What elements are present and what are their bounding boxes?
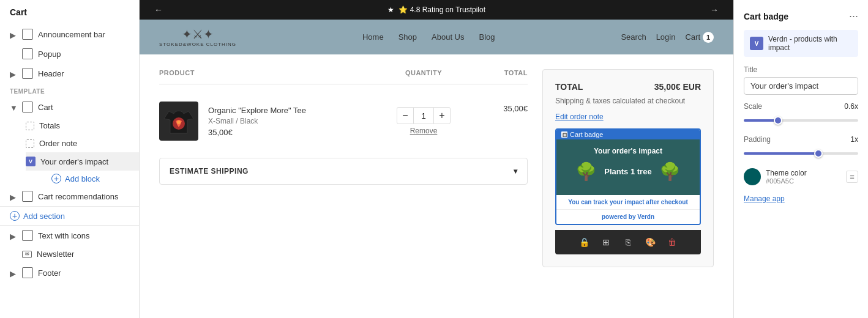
star-icon: ★ (387, 6, 394, 14)
quantity-decrease-button[interactable]: − (397, 107, 414, 124)
cart-content-area: PRODUCT QUANTITY TOTAL (140, 54, 733, 318)
color-row: Theme color #005A5C ≡ (744, 168, 858, 185)
cart-label: Cart (38, 103, 53, 112)
store-logo: ✦⚔✦ STOKED&WOKE CLOTHING (159, 27, 236, 47)
add-block-label: Add block (65, 174, 100, 183)
header-icon (22, 68, 33, 79)
logo-text: STOKED&WOKE CLOTHING (159, 42, 236, 47)
cart-button[interactable]: Cart 1 (685, 32, 714, 43)
add-section-label: Add section (23, 212, 65, 221)
edit-order-note-link[interactable]: Edit order note (555, 113, 701, 121)
color-swatch[interactable] (744, 168, 761, 185)
col-total-header: TOTAL (466, 69, 528, 76)
nav-home[interactable]: Home (362, 32, 384, 42)
badge-main-row: 🌳 Plants 1 tree 🌳 (564, 161, 692, 182)
title-field-label: Title (744, 65, 858, 74)
chevron-right-icon-footer: ▶ (10, 269, 17, 276)
order-note-icon (26, 139, 34, 148)
add-section-button[interactable]: + Add section (0, 206, 139, 226)
estimate-shipping-section[interactable]: ESTIMATE SHIPPING ▾ (159, 158, 528, 185)
title-input[interactable] (744, 77, 858, 95)
announcement-text: ★ ⭐ 4.8 Rating on Trustpilot (387, 6, 485, 14)
chevron-down-icon: ▼ (10, 103, 17, 111)
summary-total-label: TOTAL (555, 82, 583, 92)
padding-label: Padding (744, 135, 771, 144)
add-block-button[interactable]: + Add block (26, 171, 139, 187)
footer-icon (22, 267, 33, 278)
verdn-logo-icon: V (750, 37, 763, 50)
toolbar-paint-icon[interactable]: 🎨 (642, 234, 659, 251)
scale-slider-track (744, 119, 858, 122)
announcement-bar-section: ← ★ ⭐ 4.8 Rating on Trustpilot → (140, 0, 733, 20)
next-announcement-button[interactable]: → (710, 5, 719, 15)
manage-app-link[interactable]: Manage app (744, 194, 785, 203)
sidebar-item-header[interactable]: ▶ Header (0, 64, 139, 83)
chevron-right-icon-twi: ▶ (10, 232, 17, 239)
chevron-right-icon-header: ▶ (10, 70, 17, 77)
popup-icon (22, 48, 33, 59)
add-section-plus-icon: + (10, 211, 20, 221)
sidebar-item-your-order-impact[interactable]: V Your order's impact (26, 152, 139, 171)
cart-sidebar: TOTAL 35,00€ EUR Shipping & taxes calcul… (542, 69, 714, 303)
col-product-header: PRODUCT (159, 69, 381, 76)
text-with-icons-label: Text with icons (38, 231, 90, 240)
logo-icon: ✦⚔✦ (182, 27, 214, 42)
toolbar-copy-icon[interactable]: ⎘ (619, 234, 637, 251)
svg-point-2 (177, 120, 181, 124)
sidebar-item-totals[interactable]: Totals (26, 117, 139, 135)
powered-by-text: powered by (602, 213, 636, 220)
cart-summary: TOTAL 35,00€ EUR Shipping & taxes calcul… (542, 69, 714, 267)
verdn-badge: V Verdn - products with impact (744, 30, 858, 57)
padding-slider-track (744, 152, 858, 155)
nav-about[interactable]: About Us (432, 32, 464, 42)
padding-label-row: Padding 1x (744, 135, 858, 144)
cart-badge-widget: 🔲 Cart badge Your order's impact 🌳 Plant… (555, 128, 701, 225)
badge-footer: You can track your impact after checkout (556, 195, 700, 209)
nav-shop[interactable]: Shop (398, 32, 417, 42)
badge-sub-text: You can track your impact after checkout (568, 199, 687, 205)
padding-value: 1x (850, 135, 858, 144)
totals-label: Totals (39, 121, 60, 130)
cart-sub-items: Totals Order note V Your order's impact … (0, 117, 139, 187)
badge-powered-by: powered by Verdn (556, 209, 700, 224)
toolbar-delete-icon[interactable]: 🗑 (664, 234, 681, 251)
footer-label: Footer (38, 268, 61, 278)
sidebar-item-footer[interactable]: ▶ Footer (0, 263, 139, 283)
cart-main: PRODUCT QUANTITY TOTAL (159, 69, 528, 303)
product-name: Organic "Explore More" Tee (208, 106, 381, 115)
quantity-increase-button[interactable]: + (433, 107, 451, 124)
color-info: Theme color #005A5C (744, 168, 807, 185)
color-picker-button[interactable]: ≡ (846, 171, 858, 183)
remove-item-link[interactable]: Remove (381, 127, 466, 135)
toolbar-layout-icon[interactable]: ⊞ (597, 234, 615, 251)
toolbar-lock-icon[interactable]: 🔒 (575, 234, 593, 251)
your-order-impact-icon: V (26, 157, 36, 166)
your-order-impact-label: Your order's impact (40, 157, 108, 166)
sidebar-item-order-note[interactable]: Order note (26, 135, 139, 152)
verdn-name: Verdn - products with impact (768, 35, 852, 52)
scale-slider-thumb[interactable] (774, 116, 782, 125)
sidebar-item-popup[interactable]: ▶ Popup (0, 44, 139, 64)
nav-blog[interactable]: Blog (479, 32, 495, 42)
quantity-control: − 1 + (381, 107, 466, 124)
color-label-group: Theme color #005A5C (766, 169, 807, 185)
sidebar-item-cart[interactable]: ▼ Cart (0, 97, 139, 117)
newsletter-label: Newsletter (37, 250, 74, 259)
search-action[interactable]: Search (621, 32, 646, 42)
tree-right-icon: 🌳 (659, 161, 681, 182)
padding-slider-thumb[interactable] (814, 149, 823, 158)
cart-badge-toolbar: 🔒 ⊞ ⎘ 🎨 🗑 (555, 230, 701, 254)
prev-announcement-button[interactable]: ← (154, 5, 163, 15)
panel-more-button[interactable]: ··· (849, 10, 858, 23)
sidebar-item-text-with-icons[interactable]: ▶ Text with icons (0, 226, 139, 245)
store-actions: Search Login Cart 1 (621, 32, 714, 43)
verdn-brand-link[interactable]: Verdn (637, 213, 654, 220)
badge-icon-small: 🔲 (561, 131, 567, 138)
sidebar-item-announcement-bar[interactable]: ▶ Announcement bar (0, 24, 139, 44)
login-action[interactable]: Login (656, 32, 676, 42)
product-variant: X-Small / Black (208, 117, 381, 125)
sidebar-item-cart-recommendations[interactable]: ▶ Cart recommendations (0, 187, 139, 206)
template-label: TEMPLATE (0, 83, 139, 97)
badge-plants-text: Plants 1 tree (604, 167, 651, 176)
sidebar-item-newsletter[interactable]: ▶ ✉ Newsletter (0, 245, 139, 263)
